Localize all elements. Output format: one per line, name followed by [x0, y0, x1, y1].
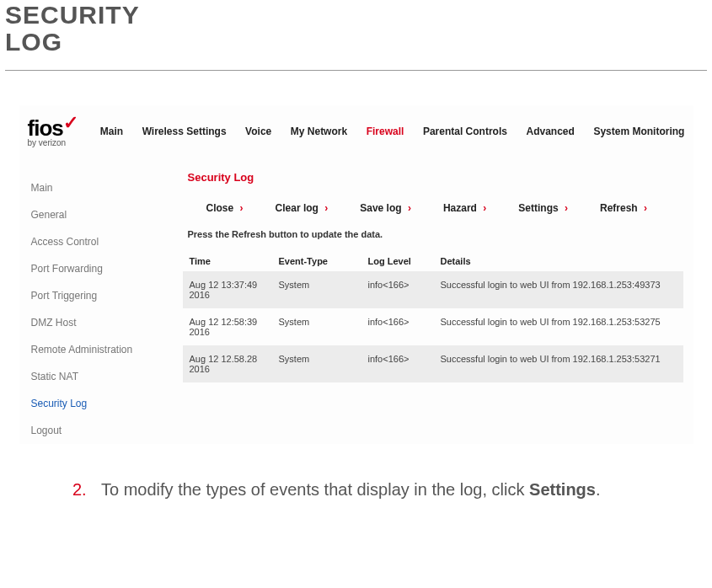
table-row: Aug 12 12.58.28 2016 System info<166> Su… — [183, 345, 683, 382]
doc-title-line2: LOG — [5, 28, 62, 56]
cell-type: System — [272, 308, 361, 345]
cell-level: info<166> — [361, 308, 434, 345]
sidebar-item-remote-admin[interactable]: Remote Administration — [31, 336, 183, 363]
nav-my-network[interactable]: My Network — [291, 126, 347, 137]
nav-main[interactable]: Main — [100, 126, 123, 137]
cell-level: info<166> — [361, 271, 434, 308]
col-time: Time — [183, 251, 272, 271]
refresh-label: Refresh — [600, 202, 638, 214]
chevron-right-icon: › — [641, 202, 647, 214]
cell-time: Aug 12 12.58.28 2016 — [183, 345, 272, 382]
col-event-type: Event-Type — [272, 251, 361, 271]
main-nav: Main Wireless Settings Voice My Network … — [94, 126, 685, 137]
logo-text: fios — [28, 115, 63, 141]
step-text: To modify the types of events that displ… — [101, 478, 601, 501]
sidebar-item-static-nat[interactable]: Static NAT — [31, 363, 183, 390]
doc-title: SECURITY LOG — [5, 2, 707, 55]
chevron-right-icon: › — [322, 202, 328, 214]
cell-details: Successful login to web UI from 192.168.… — [434, 271, 683, 308]
hazard-label: Hazard — [443, 202, 477, 214]
panel-title: Security Log — [188, 171, 683, 184]
cell-time: Aug 12 13:37:49 2016 — [183, 271, 272, 308]
content-body: Main General Access Control Port Forward… — [19, 171, 693, 444]
sidebar-item-port-triggering[interactable]: Port Triggering — [31, 282, 183, 309]
sidebar-item-main[interactable]: Main — [31, 174, 183, 201]
main-panel: Security Log Close › Clear log › Save lo… — [183, 171, 693, 394]
doc-title-line1: SECURITY — [5, 1, 140, 29]
sidebar-item-security-log[interactable]: Security Log — [31, 390, 183, 417]
nav-parental-controls[interactable]: Parental Controls — [423, 126, 507, 137]
close-button[interactable]: Close › — [206, 202, 244, 214]
step-number: 2. — [72, 478, 89, 501]
table-header-row: Time Event-Type Log Level Details — [183, 251, 683, 271]
refresh-hint: Press the Refresh button to update the d… — [188, 229, 683, 239]
nav-voice[interactable]: Voice — [245, 126, 271, 137]
cell-type: System — [272, 345, 361, 382]
sidebar-item-general[interactable]: General — [31, 201, 183, 228]
log-table: Time Event-Type Log Level Details Aug 12… — [183, 251, 683, 382]
step-text-bold: Settings — [529, 480, 596, 499]
col-details: Details — [434, 251, 683, 271]
col-log-level: Log Level — [361, 251, 434, 271]
clear-log-button[interactable]: Clear log › — [276, 202, 329, 214]
cell-details: Successful login to web UI from 192.168.… — [434, 345, 683, 382]
close-label: Close — [206, 202, 234, 214]
chevron-right-icon: › — [562, 202, 568, 214]
clear-log-label: Clear log — [276, 202, 319, 214]
instruction-step: 2. To modify the types of events that di… — [72, 478, 682, 501]
nav-advanced[interactable]: Advanced — [527, 126, 575, 137]
table-row: Aug 12 12:58:39 2016 System info<166> Su… — [183, 308, 683, 345]
refresh-button[interactable]: Refresh › — [600, 202, 647, 214]
nav-firewall[interactable]: Firewall — [367, 126, 404, 137]
cell-time: Aug 12 12:58:39 2016 — [183, 308, 272, 345]
chevron-right-icon: › — [405, 202, 411, 214]
sidebar-item-access-control[interactable]: Access Control — [31, 228, 183, 255]
action-bar: Close › Clear log › Save log › Hazard › … — [206, 202, 683, 214]
table-row: Aug 12 13:37:49 2016 System info<166> Su… — [183, 271, 683, 308]
save-log-label: Save log — [360, 202, 401, 214]
step-text-pre: To modify the types of events that displ… — [101, 480, 529, 499]
header-bar: fios✓ by verizon Main Wireless Settings … — [19, 105, 693, 152]
logo-byline: by verizon — [28, 138, 78, 147]
save-log-button[interactable]: Save log › — [360, 202, 411, 214]
router-ui-screenshot: fios✓ by verizon Main Wireless Settings … — [19, 104, 694, 445]
chevron-right-icon: › — [480, 202, 486, 214]
sidebar-item-port-forwarding[interactable]: Port Forwarding — [31, 255, 183, 282]
sidebar: Main General Access Control Port Forward… — [19, 171, 183, 444]
checkmark-icon: ✓ — [63, 112, 78, 133]
cell-details: Successful login to web UI from 192.168.… — [434, 308, 683, 345]
sidebar-item-logout[interactable]: Logout — [31, 417, 183, 444]
cell-type: System — [272, 271, 361, 308]
chevron-right-icon: › — [237, 202, 243, 214]
nav-system-monitoring[interactable]: System Monitoring — [593, 126, 684, 137]
step-text-post: . — [596, 480, 601, 499]
divider — [5, 70, 707, 71]
hazard-button[interactable]: Hazard › — [443, 202, 486, 214]
sidebar-item-dmz-host[interactable]: DMZ Host — [31, 309, 183, 336]
fios-logo: fios✓ by verizon — [28, 115, 78, 147]
nav-wireless-settings[interactable]: Wireless Settings — [142, 126, 227, 137]
cell-level: info<166> — [361, 345, 434, 382]
settings-button[interactable]: Settings › — [518, 202, 568, 214]
settings-label: Settings — [518, 202, 558, 214]
